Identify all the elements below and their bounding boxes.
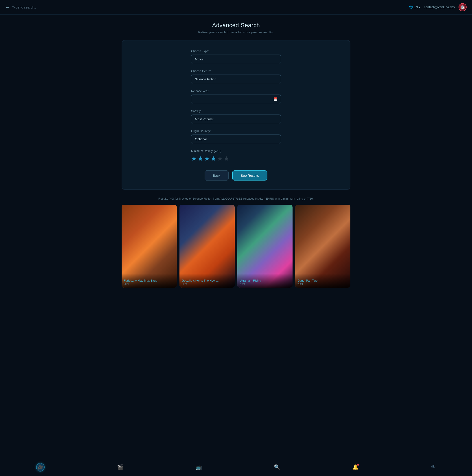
movie-card-furiosa[interactable]: Furiosa: A Mad Max Saga 2024 [122,205,177,288]
release-year-label: Release Year: [191,89,281,93]
rating-field: Minimum Rating: (7/10) ★ ★ ★ ★ ★ ★ [191,149,281,162]
movie-card-godzilla[interactable]: Godzilla x Kong: The New ... 2024 [179,205,235,288]
eye-icon: 👁 [431,464,436,470]
movie-overlay-furiosa: Furiosa: A Mad Max Saga 2024 [122,273,177,288]
results-section: Results (40) for Movies of Science Ficti… [122,197,350,288]
back-arrow-icon[interactable]: ← [5,5,10,10]
movies-grid: Furiosa: A Mad Max Saga 2024 Godzilla x … [122,205,350,288]
bottom-navigation: 🎥 🎬 📺 🔍 🔔 👁 [0,459,472,476]
movie-title-godzilla: Godzilla x Kong: The New ... [182,279,232,282]
search-placeholder-text[interactable]: Type to search.. [12,5,36,9]
origin-field: Origin Country: Optional United States U… [191,129,281,144]
movie-overlay-dune: Dune: Part Two 2024 [295,273,350,288]
tv-icon: 📺 [195,464,202,470]
movie-year-dune: 2024 [297,283,348,285]
genre-field: Choose Genre: Science Fiction Action Com… [191,69,281,84]
sort-select[interactable]: Most Popular Newest Oldest Highest Rated [191,115,281,124]
page-title: Advanced Search [122,22,350,29]
movie-overlay-godzilla: Godzilla x Kong: The New ... 2024 [179,273,235,288]
back-button[interactable]: Back [205,170,228,181]
movie-title-ultraman: Ultraman: Rising [240,279,290,282]
type-select[interactable]: Movie TV Show Documentary Animation [191,54,281,64]
release-year-field: Release Year: 📅 [191,89,281,104]
language-selector[interactable]: 🌐 EN ▾ [409,5,420,9]
movie-card-dune[interactable]: Dune: Part Two 2024 [295,205,350,288]
star-1[interactable]: ★ [191,155,197,162]
nav-item-tv[interactable]: 📺 [193,463,204,471]
movie-poster-furiosa: Furiosa: A Mad Max Saga 2024 [122,205,177,288]
release-year-input[interactable] [191,95,281,104]
language-label: EN [414,5,418,9]
user-avatar[interactable]: 🤖 [458,3,467,11]
genre-label: Choose Genre: [191,69,281,73]
movie-poster-ultraman: Ultraman: Rising 2024 [237,205,293,288]
release-year-wrapper: 📅 [191,95,281,104]
rating-stars[interactable]: ★ ★ ★ ★ ★ ★ [191,155,281,162]
sort-field: Sort By: Most Popular Newest Oldest High… [191,109,281,124]
movie-card-ultraman[interactable]: Ultraman: Rising 2024 [237,205,293,288]
topnav-right: 🌐 EN ▾ contact@ivanluna.dev 🤖 [409,3,467,11]
chevron-down-icon: ▾ [419,5,420,9]
search-icon: 🔍 [274,464,280,470]
form-inner: Choose Type: Movie TV Show Documentary A… [191,49,281,181]
rating-label: Minimum Rating: (7/10) [191,149,281,153]
nav-item-notifications[interactable]: 🔔 [350,463,361,471]
nav-item-eye[interactable]: 👁 [428,463,439,471]
nav-item-search[interactable]: 🔍 [271,463,283,471]
camera-icon-wrapper: 🎥 [36,463,45,472]
nav-item-camera[interactable]: 🎥 [33,462,47,472]
page-content: Advanced Search Refine your search crite… [117,15,355,315]
form-actions: Back See Results [191,170,281,181]
translate-icon: 🌐 [409,5,413,9]
nav-item-clapper[interactable]: 🎬 [114,463,126,471]
star-5[interactable]: ★ [217,155,223,162]
results-summary: Results (40) for Movies of Science Ficti… [122,197,350,200]
movie-year-furiosa: 2024 [124,283,175,285]
notification-wrapper: 🔔 [352,464,358,470]
top-navigation: ← Type to search.. 🌐 EN ▾ contact@ivanlu… [0,0,472,15]
see-results-button[interactable]: See Results [232,170,267,181]
type-label: Choose Type: [191,49,281,53]
movie-title-furiosa: Furiosa: A Mad Max Saga [124,279,175,282]
origin-select[interactable]: Optional United States United Kingdom Ja… [191,135,281,144]
movie-poster-godzilla: Godzilla x Kong: The New ... 2024 [179,205,235,288]
movie-year-ultraman: 2024 [240,283,290,285]
origin-label: Origin Country: [191,129,281,133]
star-4[interactable]: ★ [211,155,216,162]
movie-poster-dune: Dune: Part Two 2024 [295,205,350,288]
genre-select[interactable]: Science Fiction Action Comedy Drama [191,75,281,84]
user-email[interactable]: contact@ivanluna.dev [424,5,455,9]
notification-dot [357,464,359,466]
movie-title-dune: Dune: Part Two [297,279,348,282]
page-subtitle: Refine your search criteria for more pre… [122,31,350,34]
advanced-search-form-card: Choose Type: Movie TV Show Documentary A… [122,40,350,190]
topnav-left: ← Type to search.. [5,5,36,10]
camera-icon: 🎥 [38,465,43,470]
type-field: Choose Type: Movie TV Show Documentary A… [191,49,281,64]
clapper-icon: 🎬 [117,464,123,470]
star-2[interactable]: ★ [198,155,203,162]
sort-label: Sort By: [191,109,281,113]
movie-year-godzilla: 2024 [182,283,232,285]
movie-overlay-ultraman: Ultraman: Rising 2024 [237,273,293,288]
star-6[interactable]: ★ [224,155,229,162]
star-3[interactable]: ★ [204,155,210,162]
